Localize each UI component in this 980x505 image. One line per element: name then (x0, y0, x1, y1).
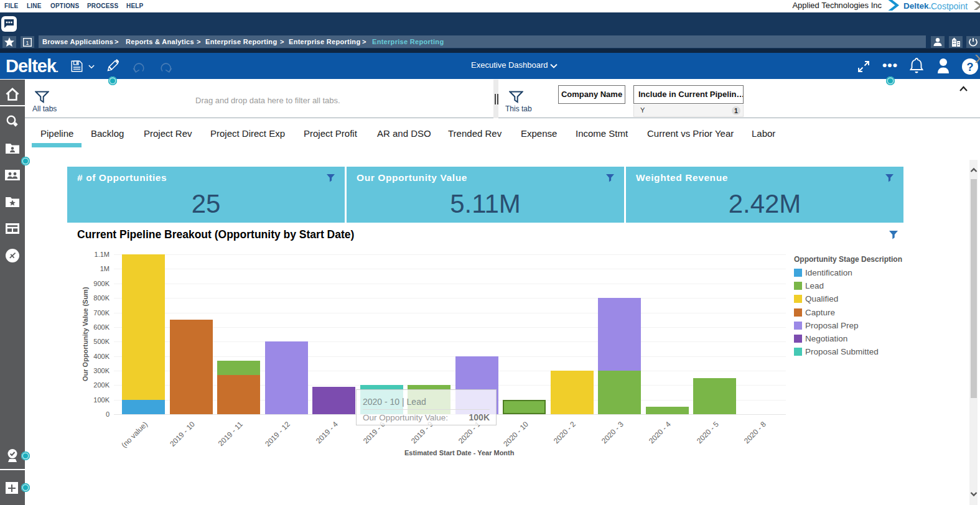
svg-text:?: ? (967, 61, 974, 73)
svg-text:1: 1 (26, 40, 29, 46)
